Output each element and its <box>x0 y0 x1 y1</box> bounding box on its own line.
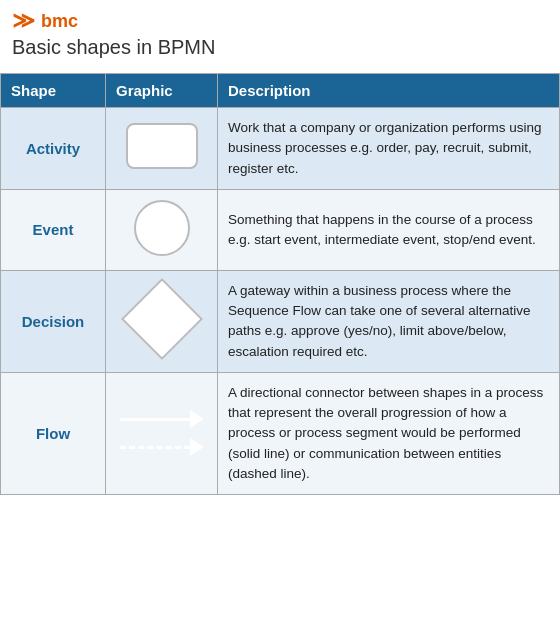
flow-solid-arrow <box>120 410 204 428</box>
col-graphic: Graphic <box>106 74 218 108</box>
decision-diamond-icon <box>120 278 202 360</box>
bmc-logo: ≫ bmc <box>12 10 548 32</box>
flow-dashed-arrowhead <box>190 438 204 456</box>
shape-desc-decision: A gateway within a business process wher… <box>218 270 560 372</box>
shape-graphic-flow <box>106 372 218 494</box>
activity-rectangle-icon <box>126 123 198 169</box>
table-header-row: Shape Graphic Description <box>1 74 560 108</box>
col-description: Description <box>218 74 560 108</box>
shape-graphic-event <box>106 189 218 270</box>
shape-name-decision: Decision <box>1 270 106 372</box>
shape-desc-flow: A directional connector between shapes i… <box>218 372 560 494</box>
event-circle-icon <box>134 200 190 256</box>
page-title: Basic shapes in BPMN <box>12 36 548 59</box>
bmc-brand-text: bmc <box>41 11 78 32</box>
bmc-icon: ≫ <box>12 10 35 32</box>
flow-solid-arrowhead <box>190 410 204 428</box>
shape-name-event: Event <box>1 189 106 270</box>
shape-desc-activity: Work that a company or organization perf… <box>218 108 560 190</box>
table-row: Event Something that happens in the cour… <box>1 189 560 270</box>
flow-arrows-icon <box>116 410 207 456</box>
shape-name-activity: Activity <box>1 108 106 190</box>
table-row: Activity Work that a company or organiza… <box>1 108 560 190</box>
col-shape: Shape <box>1 74 106 108</box>
bpmn-shapes-table: Shape Graphic Description Activity Work … <box>0 73 560 495</box>
table-row: Flow A directional connector between sha… <box>1 372 560 494</box>
shape-desc-event: Something that happens in the course of … <box>218 189 560 270</box>
table-row: Decision A gateway within a business pro… <box>1 270 560 372</box>
shape-graphic-activity <box>106 108 218 190</box>
page-header: ≫ bmc Basic shapes in BPMN <box>0 0 560 73</box>
flow-dashed-line <box>120 446 190 449</box>
shape-graphic-decision <box>106 270 218 372</box>
shape-name-flow: Flow <box>1 372 106 494</box>
flow-solid-line <box>120 418 190 421</box>
flow-dashed-arrow <box>120 438 204 456</box>
